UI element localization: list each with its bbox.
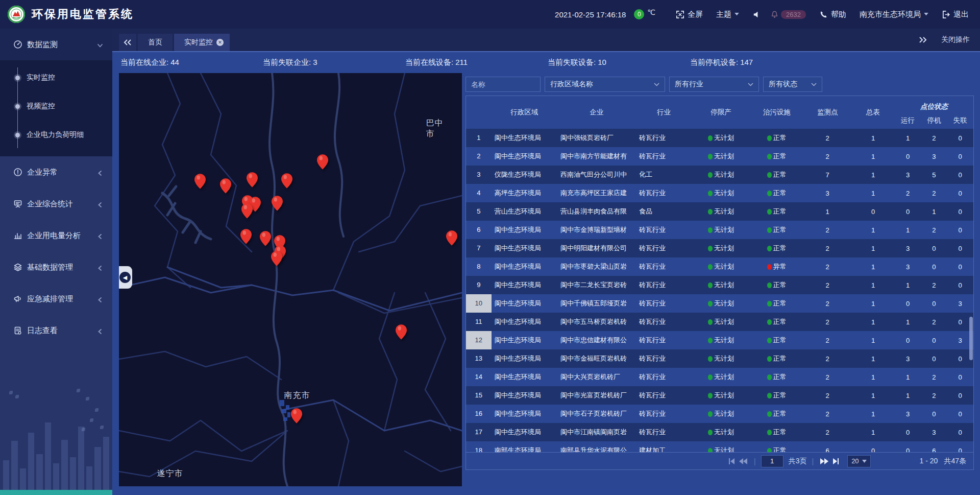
table-row[interactable]: 14阆中生态环境局阆中大兴页岩机砖厂砖瓦行业无计划正常21120 — [466, 368, 973, 386]
table-row[interactable]: 8阆中生态环境局阆中市枣碧大梁山页岩砖瓦行业无计划异常21300 — [466, 257, 973, 276]
panel-collapse-toggle[interactable]: ◀ — [119, 266, 132, 289]
map-marker[interactable] — [241, 203, 253, 219]
cell-industry: 砖瓦行业 — [636, 225, 692, 234]
table-row[interactable]: 10阆中生态环境局阆中千佛镇五郎垭页岩砖瓦行业无计划正常21003 — [466, 294, 973, 313]
sidebar-subitem[interactable]: 实时监控 — [0, 63, 112, 92]
cell-industry: 食品 — [636, 207, 692, 216]
stat-item: 当前停机设备:147 — [690, 58, 832, 67]
map-marker[interactable] — [260, 231, 271, 246]
close-operations-button[interactable]: 关闭操作 — [941, 35, 970, 44]
table-row[interactable]: 13阆中生态环境局阆中市金福旺页岩机砖砖瓦行业无计划正常21300 — [466, 349, 973, 368]
exit-button[interactable]: 退出 — [942, 10, 969, 19]
tab-realtime-monitor[interactable]: 实时监控 ✕ — [174, 34, 230, 51]
cell-industry: 砖瓦行业 — [636, 152, 692, 161]
cell-run-count: 2 — [895, 190, 921, 197]
name-search-input[interactable] — [465, 77, 541, 92]
table-scrollbar[interactable] — [969, 317, 973, 360]
sidebar-item[interactable]: 企业综合统计 — [0, 188, 112, 220]
cell-industry: 建材加工 — [636, 446, 692, 452]
help-button[interactable]: 帮助 — [819, 10, 846, 19]
chevron-left-icon — [97, 296, 103, 302]
map-canvas[interactable]: 巴中市南充市遂宁市 ◀ — [119, 73, 462, 486]
map-marker[interactable] — [247, 172, 258, 187]
next-page-button[interactable] — [819, 456, 830, 467]
cell-lost-count: 0 — [947, 263, 973, 271]
tab-close-icon[interactable]: ✕ — [216, 39, 224, 46]
theme-menu[interactable]: 主题 — [716, 10, 739, 19]
cell-company: 阆中市金博瑞新型墙材 — [557, 225, 636, 234]
tab-home[interactable]: 首页 — [138, 34, 173, 51]
timeline-dot-icon — [15, 133, 20, 137]
page-number-input[interactable] — [761, 455, 783, 467]
table-row[interactable]: 18南部生态环境局南部县升华水泥有限公建材加工无计划正常60060 — [466, 441, 973, 452]
col-header-halt: 停机 — [921, 116, 947, 125]
status-select[interactable]: 所有状态 — [763, 77, 822, 92]
first-page-button[interactable] — [726, 456, 738, 467]
table-row[interactable]: 7阆中生态环境局阆中明阳建材有限公司砖瓦行业无计划正常21300 — [466, 239, 973, 257]
fullscreen-button[interactable]: 全屏 — [676, 10, 703, 19]
sidebar-item[interactable]: 应急减排管理 — [0, 283, 112, 315]
speaker-button[interactable] — [752, 10, 761, 19]
table-row[interactable]: 17阆中生态环境局阆中市江南镇阆南页岩砖瓦行业无计划正常21030 — [466, 423, 973, 441]
map-marker[interactable] — [194, 174, 206, 189]
org-menu[interactable]: 南充市生态环境局 — [860, 10, 928, 19]
sidebar-item[interactable]: 基础数据管理 — [0, 251, 112, 283]
map-marker[interactable] — [291, 408, 302, 423]
sidebar-item[interactable]: 数据监测 — [0, 29, 112, 60]
table-row[interactable]: 16阆中生态环境局阆中市石子页岩机砖厂砖瓦行业无计划正常21300 — [466, 405, 973, 423]
cell-row-number: 4 — [466, 184, 492, 202]
map-marker[interactable] — [317, 154, 328, 170]
map-marker[interactable] — [271, 251, 282, 266]
prev-page-button[interactable] — [738, 456, 749, 467]
table-row[interactable]: 15阆中生态环境局阆中市光富页岩机砖厂砖瓦行业无计划正常21120 — [466, 386, 973, 405]
sidebar-subitem[interactable]: 视频监控 — [0, 92, 112, 121]
map-marker[interactable] — [281, 173, 292, 188]
cell-row-number: 11 — [466, 313, 492, 331]
cell-company: 阆中市枣碧大梁山页岩 — [557, 262, 636, 271]
cell-lost-count: 0 — [947, 208, 973, 216]
cell-total-count: 1 — [851, 318, 894, 326]
table-row[interactable]: 4高坪生态环境局南充市高坪区王家店建砖瓦行业无计划正常31220 — [466, 184, 973, 202]
status-dot-icon — [708, 209, 713, 215]
sidebar-item[interactable]: 企业用电量分析 — [0, 220, 112, 251]
tabs-scroll-right-button[interactable] — [919, 37, 927, 43]
status-dot-icon — [767, 301, 772, 307]
notification-area[interactable]: 2632 — [770, 10, 806, 19]
map-marker[interactable] — [446, 230, 457, 246]
cell-row-number: 3 — [466, 166, 492, 184]
map-marker[interactable] — [240, 229, 252, 244]
page-size-select[interactable]: 20 — [847, 455, 870, 467]
cell-treat-status: 正常 — [750, 225, 803, 234]
chart-icon — [13, 231, 22, 240]
table-row[interactable]: 11阆中生态环境局阆中市五马桥页岩机砖砖瓦行业无计划正常21120 — [466, 313, 973, 331]
double-chevron-left-icon — [124, 39, 132, 45]
last-page-button[interactable] — [830, 456, 841, 467]
sidebar-subitem[interactable]: 企业电力负荷明细 — [0, 121, 112, 149]
table-row[interactable]: 1阆中生态环境局阆中强锐页岩砖厂砖瓦行业无计划正常21120 — [466, 129, 973, 147]
cell-treat-status: 正常 — [750, 170, 803, 179]
sidebar-item[interactable]: 日志查看 — [0, 315, 112, 346]
table-row[interactable]: 9阆中生态环境局阆中市二龙长宝页岩砖砖瓦行业无计划正常21120 — [466, 276, 973, 294]
table-row[interactable]: 2阆中生态环境局阆中市南方节能建材有砖瓦行业无计划正常21030 — [466, 147, 973, 166]
region-select[interactable]: 行政区域名称 — [545, 77, 665, 92]
cell-stop-status: 无计划 — [692, 299, 750, 308]
cell-halt-count: 0 — [921, 263, 947, 271]
map-marker[interactable] — [220, 178, 231, 194]
industry-select[interactable]: 所有行业 — [669, 77, 759, 92]
table-row[interactable]: 5营山生态环境局营山县润丰肉食品有限食品无计划正常10010 — [466, 202, 973, 221]
table-row[interactable]: 6阆中生态环境局阆中市金博瑞新型墙材砖瓦行业无计划正常21120 — [466, 221, 973, 239]
cell-lost-count: 0 — [947, 171, 973, 179]
map-marker[interactable] — [396, 324, 407, 340]
cell-row-number: 1 — [466, 129, 492, 147]
table-row[interactable]: 12阆中生态环境局阆中市忠信建材有限公砖瓦行业无计划正常21003 — [466, 331, 973, 349]
cell-run-count: 3 — [895, 410, 921, 418]
status-dot-icon — [767, 191, 772, 196]
cell-lost-count: 0 — [947, 447, 973, 453]
sidebar-item[interactable]: 企业异常 — [0, 156, 112, 188]
cell-stop-status: 无计划 — [692, 170, 750, 179]
table-row[interactable]: 3仪陇生态环境局西南油气田分公司川中化工无计划正常71350 — [466, 166, 973, 184]
tabs-scroll-left-button[interactable] — [119, 34, 136, 51]
board-icon — [13, 199, 22, 208]
map-marker[interactable] — [272, 196, 283, 211]
status-dot-icon — [767, 430, 772, 435]
